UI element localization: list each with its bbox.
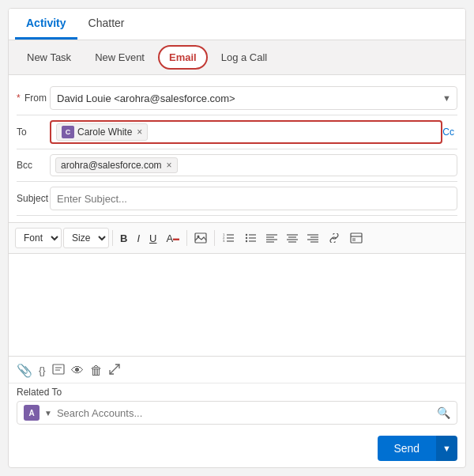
contact-pill-remove[interactable]: × (137, 127, 142, 138)
to-label: To (17, 127, 50, 138)
tab-activity[interactable]: Activity (15, 9, 77, 40)
sub-tab-new-task[interactable]: New Task (17, 46, 81, 69)
bcc-email-text: arohra@salesforce.com (61, 160, 162, 171)
template-icon[interactable] (52, 364, 65, 378)
bcc-label: Bcc (17, 160, 50, 171)
sub-tab-bar: New Task New Event Email Log a Call (9, 40, 465, 75)
related-search-wrap[interactable]: A ▼ 🔍 (17, 401, 457, 425)
send-row: Send ▼ (9, 431, 465, 467)
align-center-button[interactable] (283, 228, 302, 248)
bcc-input-wrap[interactable]: arohra@salesforce.com × (50, 154, 457, 176)
ordered-list-button[interactable]: 1.2.3. (218, 228, 239, 248)
svg-rect-28 (352, 238, 356, 241)
bcc-pill-remove[interactable]: × (167, 160, 172, 171)
send-dropdown-button[interactable]: ▼ (435, 436, 457, 461)
contact-pill-name: Carole White (77, 127, 132, 138)
bcc-pill: arohra@salesforce.com × (55, 157, 178, 173)
preview-icon[interactable]: 👁 (71, 364, 84, 378)
from-row: * From David Louie <arohra@salesforce.co… (17, 81, 457, 115)
send-button-group: Send ▼ (378, 436, 457, 461)
toolbar-sep-1 (112, 230, 113, 246)
related-to-label: Related To (17, 387, 457, 398)
svg-point-9 (246, 237, 247, 239)
link-button[interactable] (324, 228, 344, 248)
related-section: Related To A ▼ 🔍 (9, 383, 465, 431)
template-button[interactable] (346, 228, 367, 248)
font-select[interactable]: Font (15, 228, 62, 248)
underline-button[interactable]: U (145, 228, 160, 248)
align-left-button[interactable] (262, 228, 281, 248)
contact-pill: C Carole White × (56, 123, 148, 141)
delete-icon[interactable]: 🗑 (90, 364, 103, 378)
subject-row: Subject (17, 182, 457, 216)
top-tab-bar: Activity Chatter (9, 9, 465, 40)
subject-label: Subject (17, 193, 50, 204)
sub-tab-email[interactable]: Email (158, 45, 208, 70)
to-row: To C Carole White × Cc (17, 115, 457, 149)
subject-field (50, 187, 457, 210)
unordered-list-button[interactable] (240, 228, 261, 248)
bold-button[interactable]: B (116, 228, 131, 248)
send-button[interactable]: Send (378, 436, 435, 461)
bcc-row: Bcc arohra@salesforce.com × (17, 149, 457, 182)
svg-text:3.: 3. (223, 239, 225, 243)
svg-line-32 (115, 365, 119, 369)
bottom-toolbar: 📎 {} 👁 🗑 (9, 357, 465, 383)
toolbar-sep-3 (214, 230, 215, 246)
from-select[interactable]: David Louie <arohra@salesforce.com> (50, 86, 457, 110)
related-search-input[interactable] (57, 407, 432, 419)
sub-tab-new-event[interactable]: New Event (85, 46, 155, 69)
expand-icon[interactable] (109, 364, 120, 378)
from-label: * From (17, 93, 50, 104)
text-color-button[interactable]: A▬ (162, 228, 183, 248)
toolbar-sep-2 (186, 230, 187, 246)
tab-chatter[interactable]: Chatter (77, 9, 136, 40)
code-icon[interactable]: {} (39, 365, 46, 376)
bcc-field: arohra@salesforce.com × (50, 154, 457, 176)
related-search-magnifier-icon: 🔍 (437, 406, 450, 419)
related-obj-dropdown-icon[interactable]: ▼ (44, 409, 52, 417)
subject-input[interactable] (50, 187, 457, 210)
required-indicator: * (17, 93, 21, 104)
attach-icon[interactable]: 📎 (17, 363, 32, 378)
size-select[interactable]: Size (63, 228, 109, 248)
to-input-area[interactable]: C Carole White × (50, 120, 442, 144)
image-button[interactable] (190, 228, 211, 248)
svg-rect-29 (53, 365, 64, 374)
from-label-text: From (24, 93, 47, 104)
italic-button[interactable]: I (133, 228, 144, 248)
sub-tab-log-call[interactable]: Log a Call (211, 46, 278, 69)
email-form: * From David Louie <arohra@salesforce.co… (9, 75, 465, 222)
main-panel: Activity Chatter New Task New Event Emai… (8, 8, 466, 468)
related-obj-icon: A (24, 405, 40, 421)
svg-point-8 (246, 234, 247, 236)
contact-pill-icon: C (62, 126, 74, 138)
svg-point-10 (246, 240, 247, 242)
svg-line-33 (110, 369, 115, 374)
to-field[interactable]: C Carole White × Cc (50, 120, 457, 144)
editor-area[interactable] (9, 254, 465, 357)
align-right-button[interactable] (303, 228, 322, 248)
from-field: David Louie <arohra@salesforce.com> ▼ (50, 86, 457, 110)
cc-link[interactable]: Cc (442, 127, 457, 138)
editor-toolbar: Font Size B I U A▬ 1.2.3. (9, 222, 465, 254)
